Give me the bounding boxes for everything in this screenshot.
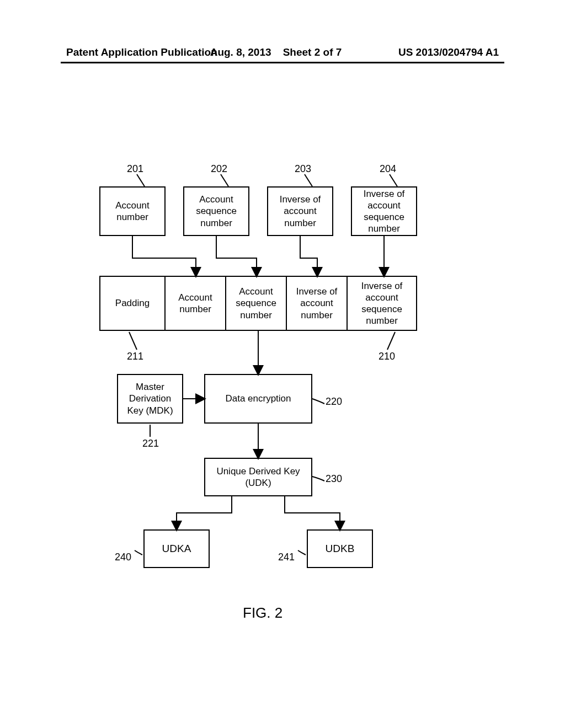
label: Account sequence number	[228, 286, 284, 321]
svg-line-2	[305, 174, 312, 186]
box-inv-account-seq-number: Inverse of account sequence number	[351, 186, 417, 236]
ref-201: 201	[127, 163, 143, 175]
box-data-encryption: Data encryption	[204, 374, 312, 424]
box-udk: Unique Derived Key (UDK)	[204, 458, 312, 496]
svg-line-4	[129, 332, 137, 350]
svg-line-0	[137, 174, 145, 186]
cell-account-seq: Account sequence number	[226, 276, 287, 331]
ref-241: 241	[278, 552, 295, 563]
box-account-number: Account number	[99, 186, 166, 236]
cell-padding: Padding	[99, 276, 166, 331]
ref-230: 230	[326, 473, 342, 485]
label: Inverse of account sequence number	[354, 188, 414, 235]
label: Unique Derived Key (UDK)	[207, 465, 309, 489]
box-account-seq-number: Account sequence number	[183, 186, 249, 236]
ref-220: 220	[326, 396, 342, 408]
header-right: US 2013/0204794 A1	[398, 46, 499, 58]
label: Inverse of account sequence number	[350, 280, 414, 327]
label: Inverse of account number	[270, 194, 330, 229]
svg-line-1	[221, 174, 228, 186]
ref-240: 240	[115, 552, 131, 563]
ref-203: 203	[295, 163, 311, 175]
label: UDKA	[162, 542, 191, 555]
header-sheet: Sheet 2 of 7	[283, 46, 342, 58]
header-rule	[61, 62, 504, 63]
box-udkb: UDKB	[307, 529, 373, 568]
label: Master Derivation Key (MDK)	[120, 381, 180, 416]
box-mdk: Master Derivation Key (MDK)	[117, 374, 183, 424]
label: Data encryption	[225, 393, 291, 404]
label: UDKB	[326, 542, 355, 555]
svg-line-5	[387, 332, 395, 350]
box-inv-account-number: Inverse of account number	[267, 186, 333, 236]
figure-caption: FIG. 2	[243, 604, 282, 622]
label: Account sequence number	[186, 194, 246, 229]
cell-inv-account: Inverse of account number	[287, 276, 348, 331]
ref-211: 211	[127, 351, 143, 362]
label: Account number	[168, 292, 223, 315]
cell-inv-account-seq: Inverse of account sequence number	[348, 276, 417, 331]
header-mid: Aug. 8, 2013 Sheet 2 of 7	[188, 46, 364, 58]
header-date: Aug. 8, 2013	[210, 46, 271, 58]
label: Inverse of account number	[289, 286, 344, 321]
ref-210: 210	[379, 351, 395, 362]
ref-221: 221	[142, 438, 159, 449]
label: Account number	[103, 200, 162, 223]
svg-line-3	[390, 174, 397, 186]
ref-202: 202	[211, 163, 227, 175]
box-udka: UDKA	[143, 529, 210, 568]
label: Padding	[115, 297, 150, 309]
ref-204: 204	[380, 163, 396, 175]
cell-account-number: Account number	[166, 276, 226, 331]
